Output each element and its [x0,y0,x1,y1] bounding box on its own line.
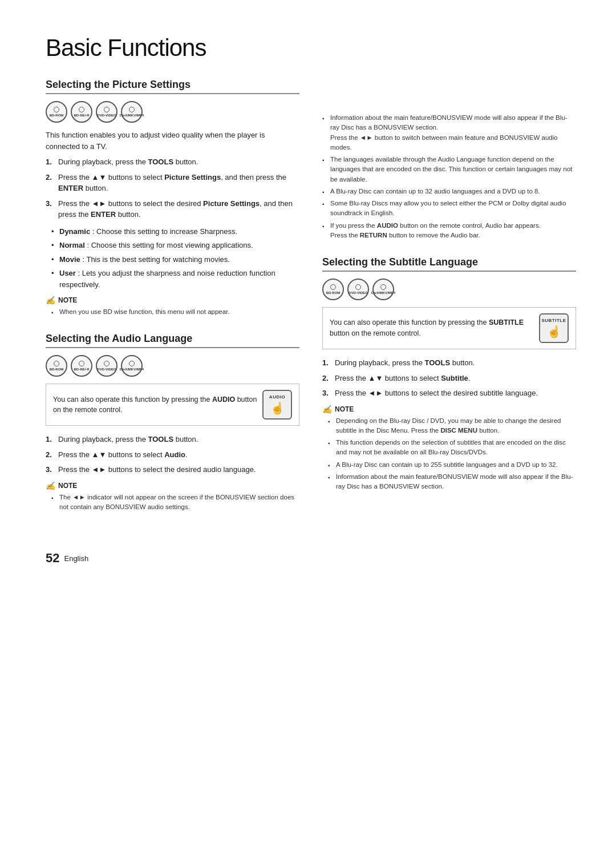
disc-icons-picture: BD-ROM BD-RE/-R DVD-VIDEO DivX/MKV/MP4 [46,101,299,123]
disc-dvd-3: DVD-VIDEO [347,279,369,300]
subtitle-remote-text: You can also operate this function by pr… [330,317,539,339]
picture-step-1: 1. During playback, press the TOOLS butt… [46,156,299,168]
section-audio-language: Selecting the Audio Language BD-ROM BD-R… [46,333,299,512]
subtitle-note-item-4: Information about the main feature/BONUS… [328,472,576,492]
audio-remote-box: You can also operate this function by pr… [46,384,299,426]
audio-note-cont-1: Information about the main feature/BONUS… [322,113,576,152]
bullet-dynamic: Dynamic : Choose this setting to increas… [51,226,299,237]
disc-divx-2: DivX/MKV/MP4 [121,355,143,377]
disc-divx-3: DivX/MKV/MP4 [372,279,394,300]
picture-bullets: Dynamic : Choose this setting to increas… [46,226,299,291]
left-column: Selecting the Picture Settings BD-ROM BD… [46,79,299,528]
subtitle-note-item-2: This function depends on the selection o… [328,438,576,458]
note-icon-3: ✍ [322,405,332,414]
bullet-movie: Movie : This is the best setting for wat… [51,254,299,265]
page-footer: 52 English [46,551,576,566]
disc-dvd-2: DVD-VIDEO [96,355,117,377]
right-column: Information about the main feature/BONUS… [322,79,576,528]
note-label-2: NOTE [58,482,77,490]
disc-bd-rom-2: BD-ROM [46,355,67,377]
note-icon-1: ✍ [46,296,55,305]
picture-step-3: 3. Press the ◄► buttons to select the de… [46,198,299,220]
disc-icons-audio: BD-ROM BD-RE/-R DVD-VIDEO DivX/MKV/MP4 [46,355,299,377]
section-title-subtitle: Selecting the Subtitle Language [322,256,576,272]
subtitle-step-1: 1. During playback, press the TOOLS butt… [322,357,576,369]
bullet-user: User : Lets you adjust the sharpness and… [51,268,299,290]
section-title-audio: Selecting the Audio Language [46,333,299,348]
audio-note-cont-5: If you press the AUDIO button on the rem… [322,221,576,241]
disc-bd-rom-1: BD-ROM [46,101,67,123]
audio-step-3: 3. Press the ◄► buttons to select the de… [46,464,299,475]
section-title-picture: Selecting the Picture Settings [46,79,299,94]
picture-note: ✍ NOTE When you use BD wise function, th… [46,296,299,317]
picture-note-item-1: When you use BD wise function, this menu… [51,307,299,317]
picture-steps: 1. During playback, press the TOOLS butt… [46,156,299,220]
audio-steps: 1. During playback, press the TOOLS butt… [46,434,299,475]
audio-continued-notes: Information about the main feature/BONUS… [322,113,576,240]
disc-bd-rom-3: BD-ROM [322,279,344,300]
audio-note-cont-2: The languages available through the Audi… [322,155,576,184]
page-title: Basic Functions [46,34,576,62]
audio-step-1: 1. During playback, press the TOOLS butt… [46,434,299,445]
disc-divx-1: DivX/MKV/MP4 [121,101,143,123]
disc-bd-re-2: BD-RE/-R [71,355,92,377]
page-language: English [64,554,88,563]
audio-step-2: 2. Press the ▲▼ buttons to select Audio. [46,449,299,461]
disc-dvd-1: DVD-VIDEO [96,101,117,123]
note-icon-2: ✍ [46,481,55,490]
disc-icons-subtitle: BD-ROM DVD-VIDEO DivX/MKV/MP4 [322,279,576,300]
subtitle-remote-button: SUBTITLE ☝ [539,313,569,343]
page-number: 52 [46,551,59,566]
picture-intro: This function enables you to adjust vide… [46,130,299,152]
audio-remote-button: AUDIO ☝ [262,390,292,420]
subtitle-step-3: 3. Press the ◄► buttons to select the de… [322,388,576,399]
subtitle-note-item-3: A Blu-ray Disc can contain up to 255 sub… [328,460,576,470]
note-label-3: NOTE [335,405,354,413]
audio-note: ✍ NOTE The ◄► indicator will not appear … [46,481,299,513]
bullet-normal: Normal : Choose this setting for most vi… [51,240,299,251]
audio-note-cont-4: Some Blu-ray Discs may allow you to sele… [322,199,576,219]
subtitle-step-2: 2. Press the ▲▼ buttons to select Subtit… [322,373,576,384]
subtitle-steps: 1. During playback, press the TOOLS butt… [322,357,576,399]
audio-remote-text: You can also operate this function by pr… [53,394,262,416]
subtitle-remote-box: You can also operate this function by pr… [322,307,576,349]
subtitle-note: ✍ NOTE Depending on the Blu-ray Disc / D… [322,405,576,492]
disc-bd-re-1: BD-RE/-R [71,101,92,123]
audio-note-cont-3: A Blu-ray Disc can contain up to 32 audi… [322,187,576,196]
picture-step-2: 2. Press the ▲▼ buttons to select Pictur… [46,172,299,194]
note-label-1: NOTE [58,296,77,304]
audio-note-item-1: The ◄► indicator will not appear on the … [51,493,299,513]
section-picture-settings: Selecting the Picture Settings BD-ROM BD… [46,79,299,317]
subtitle-note-item-1: Depending on the Blu-ray Disc / DVD, you… [328,416,576,436]
section-subtitle-language: Selecting the Subtitle Language BD-ROM D… [322,256,576,491]
